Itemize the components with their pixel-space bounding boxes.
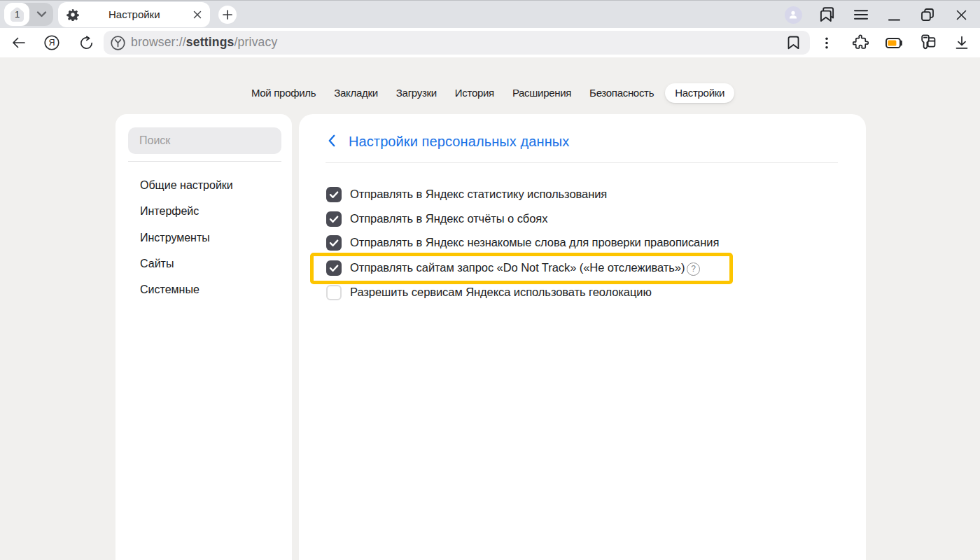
svg-text:Я: Я	[48, 38, 55, 48]
